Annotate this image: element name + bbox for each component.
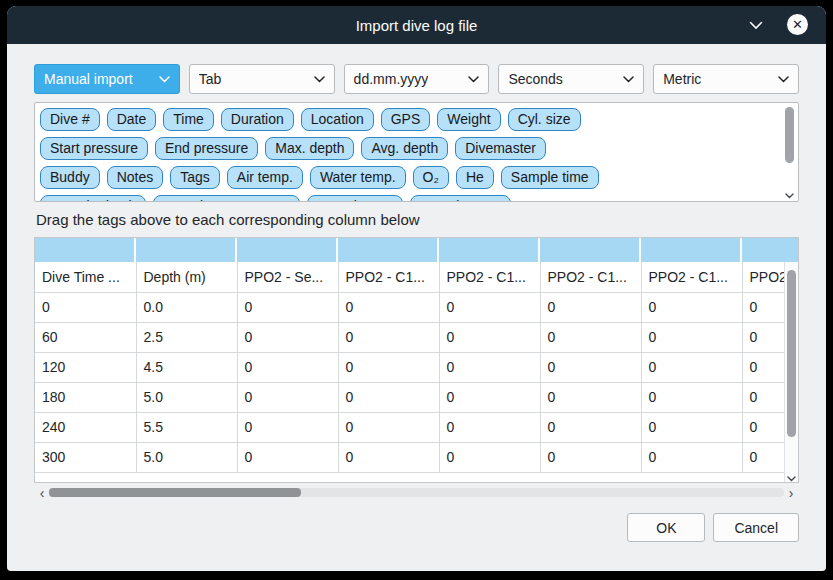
tag-pool: Dive #DateTimeDurationLocationGPSWeightC… bbox=[34, 102, 799, 202]
cell: 0 bbox=[439, 292, 540, 322]
column-header: Depth (m) bbox=[136, 262, 237, 292]
combo-tab[interactable]: Tab bbox=[189, 64, 335, 94]
drop-target-2[interactable] bbox=[237, 238, 338, 262]
cell: 0 bbox=[540, 442, 641, 472]
cell: 0 bbox=[742, 442, 784, 472]
cell: 0 bbox=[338, 352, 439, 382]
cell: 0 bbox=[338, 382, 439, 412]
tag-pool-scrollbar[interactable] bbox=[783, 105, 796, 199]
drop-target-row bbox=[35, 238, 798, 262]
tag-air-temp[interactable]: Air temp. bbox=[227, 166, 303, 189]
chevron-down-icon bbox=[159, 76, 170, 83]
tag-end-pressure[interactable]: End pressure bbox=[155, 137, 258, 160]
cell: 0 bbox=[742, 352, 784, 382]
tag-tags[interactable]: Tags bbox=[170, 166, 220, 189]
ok-button[interactable]: OK bbox=[627, 513, 705, 542]
table-scroll-down-icon[interactable] bbox=[785, 476, 798, 482]
cell: 0.0 bbox=[136, 292, 237, 322]
cell: 0 bbox=[540, 382, 641, 412]
dialog-content: Manual importTabdd.mm.yyyySecondsMetric … bbox=[7, 44, 826, 542]
cell: 0 bbox=[237, 292, 338, 322]
combo-seconds[interactable]: Seconds bbox=[498, 64, 644, 94]
cell: 0 bbox=[439, 442, 540, 472]
cancel-button[interactable]: Cancel bbox=[713, 513, 799, 542]
tag-water-temp[interactable]: Water temp. bbox=[310, 166, 406, 189]
chevron-down-icon bbox=[623, 76, 634, 83]
tag-weight[interactable]: Weight bbox=[437, 108, 500, 131]
cell: 0 bbox=[338, 322, 439, 352]
table-scroll-region: Dive Time ...Depth (m)PPO2 - Se...PPO2 -… bbox=[35, 262, 798, 482]
tag-cyl-size[interactable]: Cyl. size bbox=[508, 108, 581, 131]
column-header: PPO2 - C1... bbox=[641, 262, 742, 292]
cell: 0 bbox=[742, 412, 784, 442]
table-row: 3005.0000000 bbox=[35, 442, 784, 472]
drop-target-4[interactable] bbox=[439, 238, 540, 262]
cell: 5.0 bbox=[136, 442, 237, 472]
tag-time[interactable]: Time bbox=[163, 108, 214, 131]
titlebar-chevron-down-icon[interactable] bbox=[748, 17, 764, 33]
cell: 0 bbox=[641, 352, 742, 382]
tag-sample-po[interactable]: Sample pO₂ bbox=[307, 195, 402, 202]
cell: 0 bbox=[237, 352, 338, 382]
drop-target-0[interactable] bbox=[35, 238, 136, 262]
tag-duration[interactable]: Duration bbox=[221, 108, 294, 131]
combo-value: Manual import bbox=[44, 71, 133, 87]
tag-avg-depth[interactable]: Avg. depth bbox=[361, 137, 448, 160]
dialog-buttons: OK Cancel bbox=[34, 513, 799, 542]
cell: 0 bbox=[237, 382, 338, 412]
cell: 0 bbox=[742, 382, 784, 412]
cell: 0 bbox=[641, 322, 742, 352]
tag-date[interactable]: Date bbox=[107, 108, 157, 131]
combo-dd-mm-yyyy[interactable]: dd.mm.yyyy bbox=[344, 64, 490, 94]
cell: 0 bbox=[237, 322, 338, 352]
cell: 0 bbox=[439, 322, 540, 352]
cell: 0 bbox=[338, 442, 439, 472]
tag-start-pressure[interactable]: Start pressure bbox=[40, 137, 148, 160]
tag-buddy[interactable]: Buddy bbox=[40, 166, 100, 189]
tag-pool-scroll-down-icon[interactable] bbox=[783, 193, 796, 199]
tag-max-depth[interactable]: Max. depth bbox=[265, 137, 354, 160]
table-vertical-scrollbar-thumb[interactable] bbox=[787, 270, 796, 437]
cell: 0 bbox=[439, 352, 540, 382]
combo-bar: Manual importTabdd.mm.yyyySecondsMetric bbox=[34, 64, 799, 94]
data-grid: Dive Time ...Depth (m)PPO2 - Se...PPO2 -… bbox=[35, 262, 784, 473]
close-icon[interactable]: ✕ bbox=[787, 14, 808, 35]
tag-pool-scrollbar-thumb[interactable] bbox=[785, 107, 794, 163]
cell: 0 bbox=[641, 292, 742, 322]
cell: 0 bbox=[35, 292, 136, 322]
cell: 0 bbox=[237, 412, 338, 442]
table-horizontal-scrollbar[interactable]: ‹ › bbox=[34, 485, 799, 500]
drag-hint-label: Drag the tags above to each correspondin… bbox=[36, 211, 799, 228]
tag-notes[interactable]: Notes bbox=[107, 166, 164, 189]
scroll-right-icon[interactable]: › bbox=[785, 485, 797, 500]
tag-divemaster[interactable]: Divemaster bbox=[455, 137, 546, 160]
preview-table: Dive Time ...Depth (m)PPO2 - Se...PPO2 -… bbox=[34, 237, 799, 483]
column-header: PPO2 - C1... bbox=[338, 262, 439, 292]
tag-o[interactable]: O₂ bbox=[413, 166, 449, 189]
combo-metric[interactable]: Metric bbox=[653, 64, 799, 94]
tag-location[interactable]: Location bbox=[301, 108, 374, 131]
cell: 0 bbox=[641, 412, 742, 442]
tag-sample-depth[interactable]: Sample depth bbox=[40, 195, 146, 202]
combo-value: Metric bbox=[663, 71, 701, 87]
drop-target-6[interactable] bbox=[641, 238, 742, 262]
drop-target-1[interactable] bbox=[136, 238, 237, 262]
cell: 0 bbox=[540, 322, 641, 352]
drop-target-5[interactable] bbox=[540, 238, 641, 262]
drop-target-7[interactable] bbox=[742, 238, 799, 262]
cell: 0 bbox=[439, 412, 540, 442]
horizontal-scrollbar-thumb[interactable] bbox=[49, 488, 301, 497]
tag-gps[interactable]: GPS bbox=[381, 108, 431, 131]
tag-sample-cns[interactable]: Sample CNS bbox=[410, 195, 511, 202]
tag-dive[interactable]: Dive # bbox=[40, 108, 100, 131]
tag-sample-time[interactable]: Sample time bbox=[501, 166, 599, 189]
drop-target-3[interactable] bbox=[338, 238, 439, 262]
column-header: PPO2 bbox=[742, 262, 784, 292]
table-row: 1204.5000000 bbox=[35, 352, 784, 382]
cell: 0 bbox=[439, 382, 540, 412]
combo-manual-import[interactable]: Manual import bbox=[34, 64, 180, 94]
tag-he[interactable]: He bbox=[456, 166, 494, 189]
tag-sample-temperature[interactable]: Sample temperature bbox=[153, 195, 300, 202]
table-vertical-scrollbar[interactable] bbox=[784, 262, 798, 482]
scroll-left-icon[interactable]: ‹ bbox=[36, 485, 48, 500]
